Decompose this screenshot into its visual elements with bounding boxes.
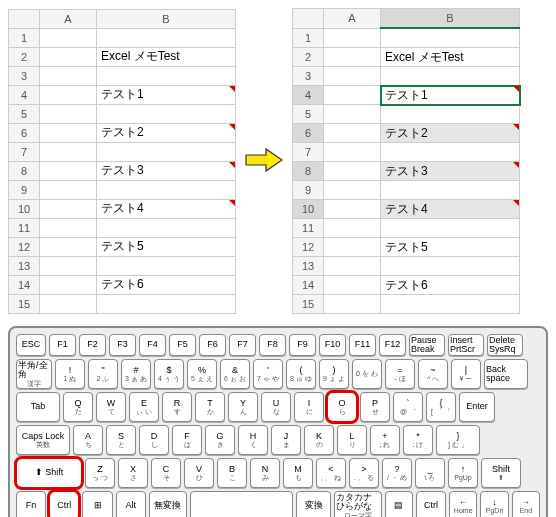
key-i[interactable]: Iに (294, 392, 324, 422)
key--object-object-[interactable] (190, 491, 293, 517)
cell[interactable]: テスト5 (97, 237, 236, 256)
key--[interactable]: <, 、 ね (316, 458, 346, 488)
cell[interactable] (97, 218, 236, 237)
cell[interactable] (324, 295, 381, 314)
cell[interactable] (40, 47, 97, 66)
cell[interactable] (97, 104, 236, 123)
cell[interactable] (324, 257, 381, 276)
cell[interactable] (97, 180, 236, 199)
column-header[interactable]: A (40, 9, 97, 28)
key-shift[interactable]: Shift⬆ (481, 458, 521, 488)
key-f2[interactable]: F2 (79, 334, 106, 356)
cell[interactable] (381, 67, 520, 86)
cell[interactable]: テスト3 (381, 162, 520, 181)
cell[interactable] (40, 104, 97, 123)
key--[interactable]: _\ ろ (415, 458, 445, 488)
key--[interactable]: +; れ (370, 425, 400, 455)
cell[interactable] (381, 105, 520, 124)
key-insert-prtscr[interactable]: Insert PrtScr (448, 334, 484, 356)
row-header[interactable]: 3 (9, 66, 40, 85)
row-header[interactable]: 10 (293, 200, 324, 219)
row-header[interactable]: 15 (9, 294, 40, 313)
row-header[interactable]: 9 (9, 180, 40, 199)
key-back-space[interactable]: Back space (484, 359, 528, 389)
cell[interactable]: テスト1 (381, 86, 520, 105)
row-header[interactable]: 1 (9, 28, 40, 47)
key--[interactable]: !1 ぬ (55, 359, 85, 389)
row-header[interactable]: 14 (9, 275, 40, 294)
cell[interactable] (40, 123, 97, 142)
key-x[interactable]: Xさ (118, 458, 148, 488)
key-f9[interactable]: F9 (289, 334, 316, 356)
key-esc[interactable]: ESC (16, 334, 46, 356)
key-q[interactable]: Qた (63, 392, 93, 422)
cell[interactable] (381, 143, 520, 162)
cell[interactable] (324, 219, 381, 238)
key--[interactable]: |¥ ー (451, 359, 481, 389)
key-ctrl[interactable]: Ctrl (416, 491, 446, 517)
key-f3[interactable]: F3 (109, 334, 136, 356)
key-c[interactable]: Cそ (151, 458, 181, 488)
key-e[interactable]: Eぃ い (129, 392, 159, 422)
key--[interactable]: >. 。 る (349, 458, 379, 488)
key-delete-sysrq[interactable]: Delete SysRq (487, 334, 523, 356)
cell[interactable] (40, 294, 97, 313)
row-header[interactable]: 13 (293, 257, 324, 276)
key-tab[interactable]: Tab (16, 392, 60, 422)
cell[interactable] (324, 181, 381, 200)
key--[interactable]: *: け (403, 425, 433, 455)
key--[interactable]: }] む 」 (436, 425, 480, 455)
key-k[interactable]: Kの (304, 425, 334, 455)
row-header[interactable]: 15 (293, 295, 324, 314)
key-f1[interactable]: F1 (49, 334, 76, 356)
cell[interactable] (40, 256, 97, 275)
key--[interactable]: ↑PgUp (448, 458, 478, 488)
cell[interactable] (40, 66, 97, 85)
cell[interactable] (97, 66, 236, 85)
key-f[interactable]: Fは (172, 425, 202, 455)
key--[interactable]: ~^ へ (418, 359, 448, 389)
cell[interactable] (324, 67, 381, 86)
key-n[interactable]: Nみ (250, 458, 280, 488)
key--[interactable]: 半角/全角漢字 (16, 359, 52, 389)
key-a[interactable]: Aち (73, 425, 103, 455)
key--[interactable]: 変換 (296, 491, 332, 517)
key-f12[interactable]: F12 (379, 334, 406, 356)
cell[interactable] (324, 105, 381, 124)
key-g[interactable]: Gき (205, 425, 235, 455)
key-t[interactable]: Tか (195, 392, 225, 422)
cell[interactable] (324, 28, 381, 48)
key--[interactable]: ⊞ (82, 491, 112, 517)
cell[interactable] (324, 48, 381, 67)
row-header[interactable]: 12 (293, 238, 324, 257)
cell[interactable]: Excel メモTest (97, 47, 236, 66)
cell[interactable] (324, 86, 381, 105)
key-w[interactable]: Wて (96, 392, 126, 422)
key-j[interactable]: Jま (271, 425, 301, 455)
cell[interactable] (97, 294, 236, 313)
key--[interactable]: ?/ ・ め (382, 458, 412, 488)
cell[interactable] (40, 199, 97, 218)
key--[interactable]: {[ ゜ 「 (426, 392, 456, 422)
key--shift[interactable]: ⬆ Shift (16, 458, 82, 488)
row-header[interactable]: 1 (293, 28, 324, 48)
cell[interactable] (40, 275, 97, 294)
key-alt[interactable]: Alt (116, 491, 146, 517)
cell[interactable] (40, 218, 97, 237)
key-f4[interactable]: F4 (139, 334, 166, 356)
key-s[interactable]: Sと (106, 425, 136, 455)
row-header[interactable]: 7 (9, 142, 40, 161)
cell[interactable]: テスト6 (381, 276, 520, 295)
key-caps-lock[interactable]: Caps Lock英数 (16, 425, 70, 455)
cell[interactable] (40, 85, 97, 104)
key--[interactable]: 無変換 (149, 491, 187, 517)
key-f7[interactable]: F7 (229, 334, 256, 356)
row-header[interactable]: 5 (293, 105, 324, 124)
key--[interactable]: #3 ぁ あ (121, 359, 151, 389)
key--[interactable]: →End (512, 491, 540, 517)
cell[interactable] (381, 295, 520, 314)
cell[interactable] (324, 143, 381, 162)
row-header[interactable]: 3 (293, 67, 324, 86)
cell[interactable] (381, 181, 520, 200)
row-header[interactable]: 5 (9, 104, 40, 123)
